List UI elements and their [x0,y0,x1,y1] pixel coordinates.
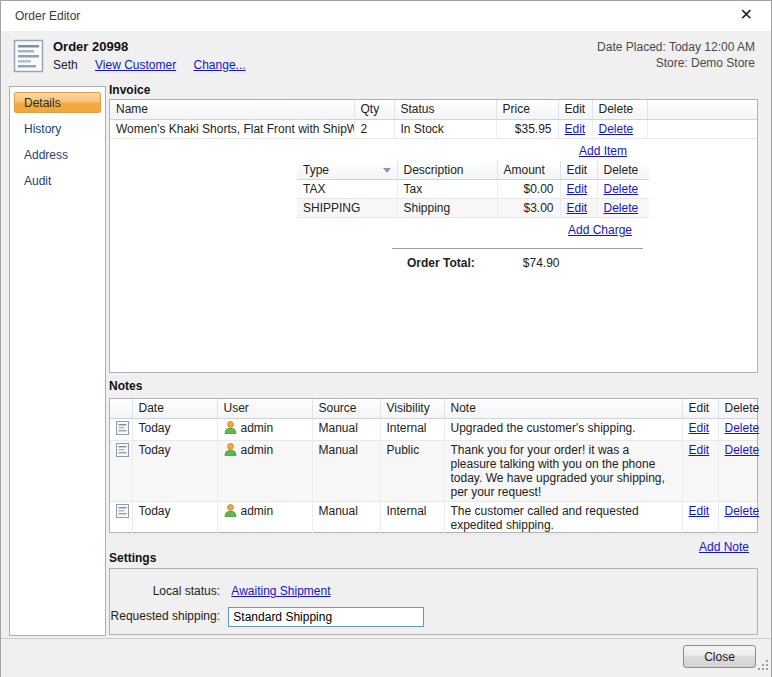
col-edit[interactable]: Edit [682,399,718,418]
col-amount[interactable]: Amount [497,161,560,180]
add-note-link[interactable]: Add Note [699,540,749,554]
sidebar-item-history[interactable]: History [14,118,101,139]
col-user[interactable]: User [217,399,312,418]
sort-desc-icon [383,168,391,173]
add-item-link[interactable]: Add Item [579,144,627,158]
col-price[interactable]: Price [496,100,558,119]
note-date: Today [132,440,217,501]
invoice-items-table: Name Qty Status Price Edit Delete Women'… [110,100,757,139]
order-meta: Date Placed: Today 12:00 AM Store: Demo … [597,39,755,71]
requested-shipping-row: Requested shipping: [110,606,424,628]
note-text: The customer called and requested expedi… [444,501,682,534]
charge-type: SHIPPING [297,199,397,218]
order-number-title: Order 20998 [53,39,128,54]
note-date: Today [132,501,217,534]
charge-description: Shipping [397,199,497,218]
store-name: Store: Demo Store [597,55,755,71]
item-edit-link[interactable]: Edit [565,122,586,136]
charge-edit-link[interactable]: Edit [567,182,588,196]
note-edit-link[interactable]: Edit [689,504,710,518]
charge-description: Tax [397,180,497,199]
note-delete-link[interactable]: Delete [725,504,760,518]
col-type[interactable]: Type [297,161,397,180]
charge-amount: $3.00 [497,199,560,218]
col-source[interactable]: Source [312,399,380,418]
local-status-row: Local status: Awaiting Shipment [110,581,331,603]
charge-type: TAX [297,180,397,199]
charge-edit-link[interactable]: Edit [567,201,588,215]
sidebar-item-address[interactable]: Address [14,144,101,165]
sidebar-item-details[interactable]: Details [14,92,101,113]
order-total-row: Order Total: $74.90 [392,248,643,270]
notes-header-row: Date User Source Visibility Note Edit De… [110,399,757,418]
note-visibility: Internal [380,501,444,534]
change-customer-link[interactable]: Change... [194,58,246,72]
note-delete-link[interactable]: Delete [725,443,760,457]
note-source: Manual [312,440,380,501]
invoice-panel: Name Qty Status Price Edit Delete Women'… [109,99,758,373]
resize-grip-icon[interactable] [757,659,769,674]
col-visibility[interactable]: Visibility [380,399,444,418]
close-button[interactable]: Close [683,645,756,668]
col-delete[interactable]: Delete [597,161,649,180]
charges-header-row: Type Description Amount Edit Delete [297,161,649,180]
col-edit[interactable]: Edit [558,100,592,119]
note-edit-link[interactable]: Edit [689,421,710,435]
note-document-icon [116,421,129,438]
note-edit-link[interactable]: Edit [689,443,710,457]
footer-bar: Close [1,638,771,677]
settings-section-title: Settings [109,551,156,565]
settings-panel: Local status: Awaiting Shipment Requeste… [109,568,758,635]
note-document-icon [116,504,129,521]
note-text: Upgraded the customer's shipping. [444,418,682,440]
title-bar: Order Editor ✕ [1,1,771,31]
user-icon [224,421,237,437]
col-name[interactable]: Name [110,100,354,119]
view-customer-link[interactable]: View Customer [95,58,176,72]
local-status-label: Local status: [110,581,220,601]
invoice-item-row: Women's Khaki Shorts, Flat Front with Sh… [110,119,757,138]
order-editor-dialog: Order Editor ✕ Order 20998 Seth View Cus… [0,0,772,677]
charge-delete-link[interactable]: Delete [604,201,639,215]
notes-section-title: Notes [109,379,142,393]
charge-row: TAX Tax $0.00 Edit Delete [297,180,649,199]
order-total-value: $74.90 [523,256,560,270]
note-source: Manual [312,501,380,534]
sidebar-item-audit[interactable]: Audit [14,170,101,191]
note-document-icon [116,443,129,460]
col-description[interactable]: Description [397,161,497,180]
user-icon [224,504,237,520]
note-user: admin [241,421,274,435]
add-charge-link[interactable]: Add Charge [568,223,632,237]
item-status: In Stock [394,119,496,138]
charges-table: Type Description Amount Edit Delete TAX … [297,161,649,219]
notes-panel: Date User Source Visibility Note Edit De… [109,398,758,533]
user-icon [224,443,237,459]
item-price: $35.95 [496,119,558,138]
window-title: Order Editor [15,9,80,23]
requested-shipping-input[interactable] [228,607,424,627]
note-text: Thank you for your order! it was a pleas… [444,440,682,501]
note-date: Today [132,418,217,440]
col-qty[interactable]: Qty [354,100,394,119]
col-edit[interactable]: Edit [560,161,597,180]
item-delete-link[interactable]: Delete [599,122,634,136]
customer-name: Seth [53,58,78,72]
col-date[interactable]: Date [132,399,217,418]
date-placed: Date Placed: Today 12:00 AM [597,39,755,55]
note-user: admin [241,443,274,457]
charge-delete-link[interactable]: Delete [604,182,639,196]
note-row: Today admin Manual Internal Upgraded the… [110,418,757,440]
note-row: Today admin Manual Internal The customer… [110,501,757,534]
col-status[interactable]: Status [394,100,496,119]
requested-shipping-label: Requested shipping: [110,606,220,626]
close-icon[interactable]: ✕ [736,5,757,25]
note-delete-link[interactable]: Delete [725,421,760,435]
local-status-link[interactable]: Awaiting Shipment [231,584,330,598]
col-delete[interactable]: Delete [718,399,757,418]
col-note[interactable]: Note [444,399,682,418]
sidebar: Details History Address Audit [9,86,106,636]
item-name: Women's Khaki Shorts, Flat Front with Sh… [110,119,354,138]
col-delete[interactable]: Delete [592,100,647,119]
order-total-label: Order Total: [392,256,475,270]
